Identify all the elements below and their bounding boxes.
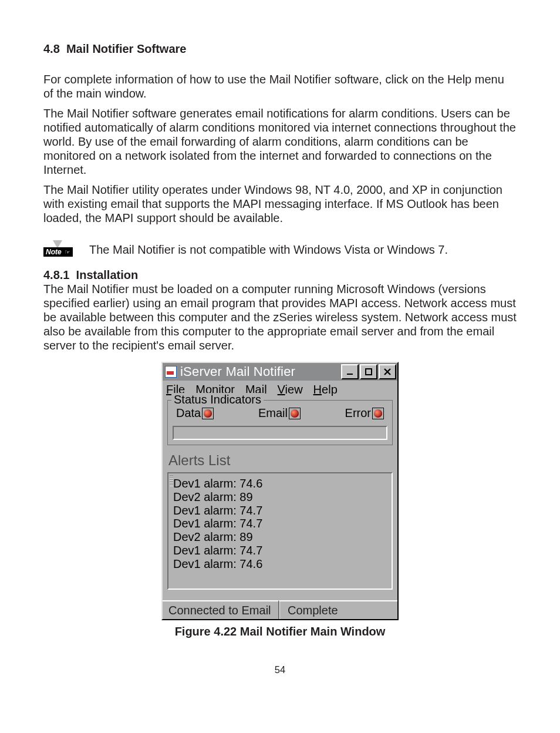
led-icon xyxy=(202,408,214,419)
svg-text:☞: ☞ xyxy=(65,248,70,255)
paragraph: For complete information of how to use t… xyxy=(43,72,517,100)
maximize-button[interactable] xyxy=(360,364,377,379)
menu-help[interactable]: Help xyxy=(313,383,338,396)
statusbar-connection: Connected to Email xyxy=(163,600,278,619)
window-titlebar: iServer Mail Notifier xyxy=(163,363,397,381)
indicator-email: Email xyxy=(258,406,301,420)
svg-marker-0 xyxy=(53,240,62,248)
svg-text:Note: Note xyxy=(46,248,62,256)
section-number: 4.8 xyxy=(43,42,60,55)
list-item: Dev1 alarm: 74.7 xyxy=(173,517,387,530)
status-indicators-group: Status Indicators Data Email Error xyxy=(167,400,393,445)
led-icon xyxy=(372,408,384,419)
statusbar-state: Complete xyxy=(278,600,397,619)
group-legend: Status Indicators xyxy=(171,393,264,406)
section-heading: 4.8 Mail Notifier Software xyxy=(43,42,517,56)
led-icon xyxy=(289,408,301,419)
svg-rect-5 xyxy=(366,369,372,375)
svg-rect-4 xyxy=(347,374,353,375)
close-button[interactable] xyxy=(379,364,396,379)
note-text: The Mail Notifier is not compatible with… xyxy=(89,243,448,257)
list-item: Dev2 alarm: 89 xyxy=(173,530,387,544)
status-bar: Connected to Email Complete xyxy=(163,600,397,619)
alerts-list[interactable]: Dev1 alarm: 74.6 Dev2 alarm: 89 Dev1 ala… xyxy=(167,472,393,590)
paragraph: The Mail Notifier software generates ema… xyxy=(43,106,517,177)
indicator-error-label: Error xyxy=(345,406,371,420)
indicator-error: Error xyxy=(345,406,384,420)
note-callout: Note ☞ The Mail Notifier is not compatib… xyxy=(43,239,517,260)
list-item: Dev1 alarm: 74.6 xyxy=(173,557,387,571)
alerts-list-label: Alerts List xyxy=(163,448,397,472)
page-number: 54 xyxy=(43,664,517,675)
list-item: Dev1 alarm: 74.7 xyxy=(173,504,387,517)
section-title: Mail Notifier Software xyxy=(66,42,186,55)
subsection-number: 4.8.1 xyxy=(43,268,69,281)
indicator-email-label: Email xyxy=(258,406,288,420)
figure-caption: Figure 4.22 Mail Notifier Main Window xyxy=(43,625,517,638)
app-window: iServer Mail Notifier File Monitor Mai xyxy=(161,362,399,620)
paragraph: The Mail Notifier must be loaded on a co… xyxy=(43,282,517,352)
list-item: Dev1 alarm: 74.6 xyxy=(173,477,387,490)
note-icon: Note ☞ xyxy=(43,239,82,260)
subsection-title: Installation xyxy=(76,268,139,281)
subsection-heading: 4.8.1 Installation xyxy=(43,268,517,282)
resize-grip-icon xyxy=(170,476,173,486)
menu-view[interactable]: View xyxy=(278,383,303,396)
indicator-data: Data xyxy=(176,406,214,420)
paragraph: The Mail Notifier utility operates under… xyxy=(43,183,517,225)
indicator-data-label: Data xyxy=(176,406,201,420)
list-item: Dev1 alarm: 74.7 xyxy=(173,544,387,557)
window-title: iServer Mail Notifier xyxy=(180,364,340,379)
status-text-field xyxy=(173,426,387,440)
minimize-button[interactable] xyxy=(341,364,359,379)
app-icon xyxy=(165,366,177,378)
list-item: Dev2 alarm: 89 xyxy=(173,490,387,504)
